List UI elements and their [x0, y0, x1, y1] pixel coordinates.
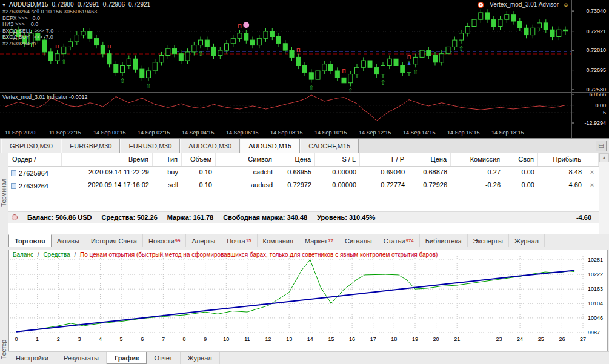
- terminal-tab-library[interactable]: Библиотека: [420, 234, 468, 247]
- mt4-window: ⇧⇧⇧⇧⇧⇧⇧⇧⇧ПППППП ▾ AUDUSD,M15 0.72980 0.7…: [0, 0, 609, 364]
- terminal-tab-label: Сигналы: [345, 237, 372, 245]
- scroll-up-button[interactable]: ▲: [599, 153, 609, 162]
- time-axis-label: 11 Sep 22:15: [49, 130, 81, 136]
- time-axis: 11 Sep 202011 Sep 22:1514 Sep 00:1514 Se…: [0, 128, 571, 138]
- tester-panel: Тестер Баланс / Средства / По ценам откр…: [0, 247, 609, 364]
- chart-overlay-line: ВХОД SELL >>> 7.0: [2, 28, 97, 35]
- terminal-tab-news[interactable]: Новости99: [143, 234, 187, 247]
- tester-graph[interactable]: 0123456789101112131415161718192021232425…: [9, 250, 607, 351]
- time-axis-label: 14 Sep 16:15: [447, 130, 480, 136]
- svg-text:10281: 10281: [588, 257, 603, 263]
- terminal-tab-market[interactable]: Маркет77: [299, 234, 339, 247]
- column-header[interactable]: Своп: [504, 153, 538, 166]
- terminal-tab-label: Журнал: [514, 237, 539, 245]
- terminal-scrollbar[interactable]: ▲: [599, 153, 609, 234]
- order-doc-icon: [11, 170, 16, 176]
- terminal-tab-company[interactable]: Компания: [258, 234, 299, 247]
- terminal-tab-journal[interactable]: Журнал: [509, 234, 545, 247]
- terminal-tab-alerts[interactable]: Алерты: [186, 234, 221, 247]
- chart-tab-audcadm30[interactable]: AUDCAD,M30: [180, 139, 240, 153]
- tester-tab-results[interactable]: Результаты: [56, 352, 107, 364]
- ohlc-low: 0.72906: [103, 1, 125, 8]
- column-header[interactable]: Ордер /: [8, 153, 62, 166]
- advisor-smiley-icon[interactable]: ☺: [563, 1, 569, 8]
- order-cell: 0.00: [504, 167, 538, 179]
- svg-text:⇧: ⇧: [458, 45, 464, 52]
- time-axis-label: 14 Sep 10:15: [314, 130, 347, 136]
- column-header[interactable]: Время: [62, 153, 153, 166]
- order-cell: sell: [153, 179, 182, 192]
- terminal-tab-label: Почта: [227, 237, 245, 245]
- svg-text:П: П: [342, 68, 345, 74]
- column-header[interactable]: S / L: [315, 153, 360, 166]
- chart-tab-audusdm15[interactable]: AUDUSD,M15: [240, 139, 300, 153]
- chart-overlay-line: ВЕРХ >>> 0.0: [2, 15, 97, 22]
- close-trade-button[interactable]: ×: [585, 167, 599, 179]
- terminal-tab-mail[interactable]: Почта15: [221, 234, 257, 247]
- svg-text:26: 26: [559, 336, 565, 342]
- svg-text:1: 1: [36, 336, 39, 342]
- chart-symbol-period: AUDUSD,M15: [9, 1, 48, 8]
- svg-text:10: 10: [223, 336, 229, 342]
- chart-tab-eurgbpm30[interactable]: EURGBP,M30: [61, 139, 121, 153]
- chart-overlay-line: #27639264 sell 0.10 156.30560619463: [2, 8, 97, 15]
- tester-tab-journal[interactable]: Журнал: [181, 352, 220, 364]
- svg-text:10163: 10163: [588, 286, 603, 292]
- terminal-tab-badge: 974: [405, 238, 413, 243]
- tab-list-button[interactable]: ▤: [596, 141, 607, 151]
- time-axis-label: 14 Sep 18:15: [491, 130, 524, 136]
- terminal-tab-label: Эксперты: [473, 237, 503, 245]
- svg-text:⇧: ⇧: [308, 84, 314, 91]
- svg-text:17: 17: [370, 336, 376, 342]
- tester-tab-settings[interactable]: Настройки: [8, 352, 56, 364]
- balance-icon: [12, 214, 18, 220]
- svg-text:19: 19: [412, 336, 418, 342]
- tester-tab-report[interactable]: Отчет: [147, 352, 180, 364]
- terminal-tab-articles[interactable]: Статьи974: [378, 234, 420, 247]
- svg-text:21: 21: [454, 336, 460, 342]
- chart-tab-bar: GBPUSD,M30EURGBP,M30EURUSD,M30AUDCAD,M30…: [0, 138, 609, 153]
- column-header[interactable]: Тип: [153, 153, 182, 166]
- order-cell: 0.69040: [360, 167, 408, 179]
- svg-text:⇧: ⇧: [348, 87, 353, 94]
- indicator-scale-label: 0.00: [595, 102, 606, 108]
- order-cell: 0.10: [182, 167, 216, 179]
- svg-text:П: П: [407, 54, 411, 60]
- terminal-tab-label: Библиотека: [425, 237, 462, 245]
- legend-equity: Средства: [43, 251, 70, 258]
- order-cell: cadchf: [216, 167, 276, 179]
- chart-tab-eurusdm30[interactable]: EURUSD,M30: [120, 139, 180, 153]
- time-axis-label: 11 Sep 2020: [5, 130, 35, 136]
- chart-tab-gbpusdm30[interactable]: GBPUSD,M30: [1, 139, 61, 153]
- terminal-tab-account-history[interactable]: История Счета: [85, 234, 143, 247]
- svg-text:13: 13: [286, 336, 292, 342]
- svg-text:9987: 9987: [588, 329, 600, 336]
- column-header[interactable]: Комиссия: [451, 153, 504, 166]
- orders-table-body: 276259642020.09.14 11:22:29buy0.10cadchf…: [8, 167, 609, 192]
- tester-side-strip: Тестер: [0, 247, 8, 364]
- margin-value: Маржа: 161.78: [167, 214, 213, 221]
- indicator-scale-label: 6.8566: [589, 91, 606, 98]
- terminal-tab-label: Новости: [148, 237, 175, 245]
- column-header[interactable]: Цена: [276, 153, 315, 166]
- order-cell: 2020.09.14 17:16:02: [62, 179, 153, 192]
- terminal-tab-assets[interactable]: Активы: [52, 234, 85, 247]
- column-header[interactable]: Объем: [182, 153, 216, 166]
- chart-tab-cadchfm15[interactable]: CADCHF,M15: [300, 139, 359, 153]
- column-header[interactable]: Прибыль: [538, 153, 585, 166]
- price-scale: 0.730400.729210.728100.726950.725806.856…: [574, 0, 609, 138]
- column-header[interactable]: Символ: [216, 153, 276, 166]
- ohlc-close: 0.72921: [128, 1, 150, 8]
- terminal-tab-experts[interactable]: Эксперты: [468, 234, 509, 247]
- terminal-tab-signals[interactable]: Сигналы: [339, 234, 378, 247]
- time-axis-label: 14 Sep 06:15: [226, 130, 259, 136]
- column-header[interactable]: T / P: [360, 153, 408, 166]
- terminal-tab-trade[interactable]: Торговля: [8, 234, 52, 247]
- order-cell: 0.68955: [276, 167, 315, 179]
- order-cell: -0.27: [451, 167, 504, 179]
- time-axis-label: 14 Sep 02:15: [138, 130, 170, 136]
- column-header[interactable]: Цена: [408, 153, 451, 166]
- tester-tab-graph[interactable]: График: [107, 352, 147, 364]
- order-cell: 0.72926: [408, 179, 451, 192]
- close-trade-button[interactable]: ×: [585, 179, 599, 192]
